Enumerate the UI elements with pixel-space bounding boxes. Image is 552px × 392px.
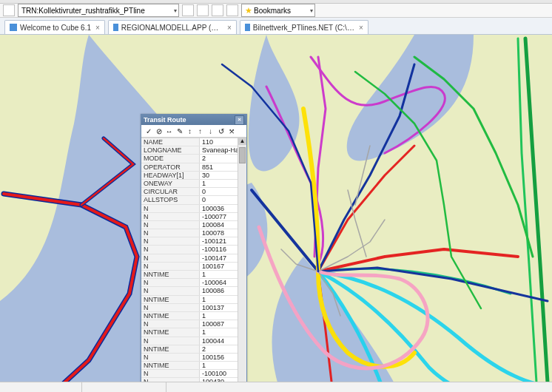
panel-toolbar: ✓⊘↔✎↕↑↓↺⤧ [141, 125, 246, 138]
property-row[interactable]: MODE2 [141, 155, 246, 163]
property-row[interactable]: ALLSTOPS0 [141, 196, 246, 204]
document-tab[interactable]: Bilnettverk_PTlines.NET (C:\NTNU\Transp.… [240, 20, 368, 34]
document-tab[interactable]: REGIONALMODELL.APP (C:\NTNU\Trans...× [108, 20, 237, 34]
property-key: N [141, 263, 200, 270]
property-row[interactable]: N-100116 [141, 246, 246, 254]
property-key: N [141, 370, 200, 377]
property-key: N [141, 287, 200, 294]
bookmarks-menu[interactable]: ★ Bookmarks [241, 4, 315, 17]
property-row[interactable]: N-100077 [141, 213, 246, 221]
property-key: N [141, 229, 200, 237]
panel-tool-button[interactable]: ↺ [217, 127, 225, 135]
layer-combo[interactable]: TRN:Kollektivruter_rushtrafikk_PTline [18, 4, 179, 17]
property-row[interactable]: NAME110 [141, 138, 246, 146]
tab-app-icon [245, 24, 250, 31]
property-key: HEADWAY[1] [141, 172, 200, 179]
toolbar-button[interactable] [197, 4, 209, 16]
panel-tool-button[interactable]: ✎ [175, 127, 184, 135]
property-key: NNTIME [141, 345, 200, 353]
property-key: NNTIME [141, 296, 200, 303]
property-key: LONGNAME [141, 146, 200, 154]
property-row[interactable]: ONEWAY1 [141, 180, 246, 188]
property-key: N [141, 221, 200, 229]
property-row[interactable]: N-100100 [141, 370, 246, 378]
panel-tool-button[interactable]: ↓ [206, 127, 215, 135]
property-row[interactable]: NNTIME1 [141, 328, 246, 337]
panel-tool-button[interactable]: ⤧ [227, 127, 235, 135]
tab-close-icon[interactable]: × [227, 24, 232, 32]
bookmarks-label: Bookmarks [254, 7, 291, 15]
panel-tool-button[interactable]: ↑ [196, 127, 204, 135]
property-row[interactable]: LONGNAMESvaneap-Hamna s [141, 146, 246, 155]
panel-tool-button[interactable]: ↕ [186, 127, 194, 135]
toolbar-button[interactable] [182, 4, 194, 16]
layer-combo-text: TRN:Kollektivruter_rushtrafikk_PTline [21, 7, 145, 15]
property-row[interactable]: N100044 [141, 337, 246, 345]
property-key: N [141, 213, 200, 220]
panel-titlebar[interactable]: Transit Route × [141, 115, 246, 125]
transit-route-panel[interactable]: Transit Route × ✓⊘↔✎↕↑↓↺⤧ NAME110LONGNAM… [141, 114, 247, 392]
property-row[interactable]: N100086 [141, 287, 246, 295]
property-row[interactable]: N-100064 [141, 279, 246, 287]
panel-tool-button[interactable]: ⊘ [155, 127, 163, 135]
property-key: ALLSTOPS [141, 196, 200, 203]
property-key: N [141, 320, 200, 328]
property-key: NNTIME [141, 312, 200, 320]
property-key: MODE [141, 155, 200, 162]
scroll-up-arrow-icon[interactable]: ▲ [238, 137, 246, 145]
property-key: N [141, 246, 200, 253]
tab-label: Welcome to Cube 6.1 [20, 24, 91, 32]
property-row[interactable]: NNTIME2 [141, 345, 246, 354]
panel-tool-button[interactable]: ↔ [165, 127, 173, 135]
property-row[interactable]: N-100121 [141, 237, 246, 246]
property-row[interactable]: CIRCULAR0 [141, 188, 246, 196]
panel-title-text: Transit Route [144, 116, 186, 124]
toolbar-button[interactable] [226, 4, 238, 16]
property-row[interactable]: N100087 [141, 320, 246, 328]
property-row[interactable]: N100036 [141, 205, 246, 213]
toolbar-button[interactable] [3, 4, 15, 16]
property-row[interactable]: N100167 [141, 263, 246, 271]
status-cell [84, 382, 166, 392]
property-row[interactable]: NNTIME1 [141, 296, 246, 304]
property-row[interactable]: N100137 [141, 304, 246, 312]
toolbar-row-1: TRN:Kollektivruter_rushtrafikk_PTline ★ … [0, 4, 552, 18]
property-key: NNTIME [141, 362, 200, 369]
map-canvas[interactable]: Transit Route × ✓⊘↔✎↕↑↓↺⤧ NAME110LONGNAM… [0, 35, 552, 392]
property-row[interactable]: NNTIME1 [141, 271, 246, 279]
tab-label: Bilnettverk_PTlines.NET (C:\NTNU\Transp.… [253, 24, 354, 32]
property-row[interactable]: NNTIME1 [141, 362, 246, 370]
property-row[interactable]: N100156 [141, 354, 246, 362]
property-key: NNTIME [141, 328, 200, 336]
property-key: N [141, 237, 200, 245]
star-icon: ★ [245, 6, 252, 16]
status-cell [0, 382, 82, 392]
property-row[interactable]: N100084 [141, 221, 246, 229]
property-key: N [141, 337, 200, 345]
property-key: CIRCULAR [141, 188, 200, 195]
document-tabs: Welcome to Cube 6.1×REGIONALMODELL.APP (… [0, 18, 552, 35]
property-key: N [141, 205, 200, 212]
tab-app-icon [113, 24, 118, 31]
tab-close-icon[interactable]: × [95, 24, 100, 32]
property-row[interactable]: N100078 [141, 229, 246, 237]
property-key: NNTIME [141, 271, 200, 278]
status-bar [0, 382, 552, 392]
panel-close-button[interactable]: × [235, 115, 244, 125]
property-row[interactable]: HEADWAY[1]30 [141, 172, 246, 180]
toolbar-button[interactable] [212, 4, 223, 16]
property-row[interactable]: OPERATOR851 [141, 163, 246, 172]
property-row[interactable]: N-100147 [141, 254, 246, 263]
document-tab[interactable]: Welcome to Cube 6.1× [4, 20, 105, 34]
tab-app-icon [10, 24, 17, 31]
panel-scrollbar[interactable]: ▲ ▼ [238, 137, 246, 392]
tab-close-icon[interactable]: × [359, 24, 363, 32]
scroll-thumb[interactable] [239, 147, 246, 163]
property-key: ONEWAY [141, 180, 200, 187]
property-row[interactable]: NNTIME1 [141, 312, 246, 320]
panel-tool-button[interactable]: ✓ [144, 127, 152, 135]
network-map-svg [0, 35, 552, 392]
property-key: N [141, 279, 200, 286]
property-grid[interactable]: NAME110LONGNAMESvaneap-Hamna sMODE2OPERA… [141, 138, 246, 392]
tab-label: REGIONALMODELL.APP (C:\NTNU\Trans... [121, 24, 223, 32]
